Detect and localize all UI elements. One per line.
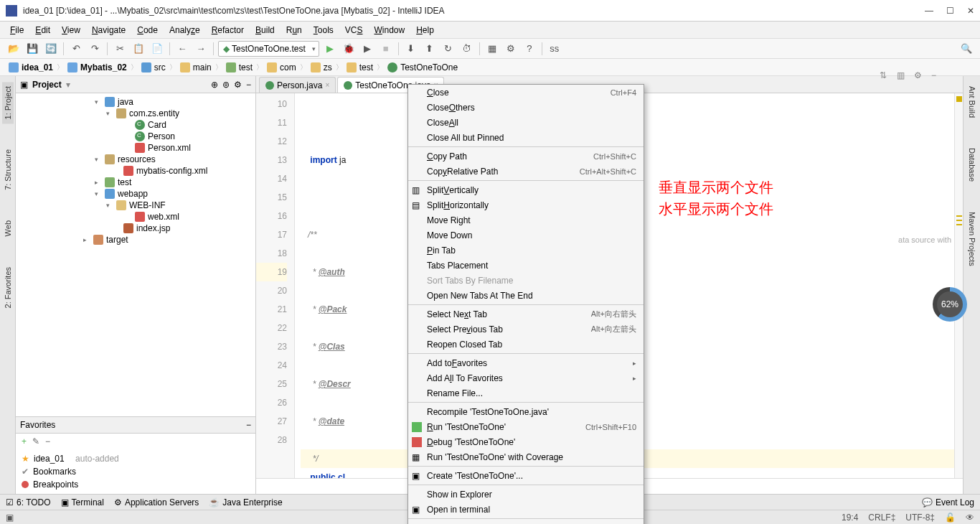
ctx-coverage[interactable]: ▦Run 'TestOneToOne' with Coverage — [408, 449, 644, 464]
tree-person[interactable]: Person — [16, 131, 255, 142]
crumb-com[interactable]: com — [264, 62, 299, 72]
ctx-open-terminal[interactable]: ▣Open in terminal — [408, 502, 644, 517]
ctx-split-vertically[interactable]: ▥Split Vertically — [408, 182, 644, 197]
status-icon[interactable]: ▣ — [6, 513, 14, 523]
menu-edit[interactable]: Edit — [31, 24, 55, 37]
ctx-select-next[interactable]: Select Next TabAlt+向右箭头 — [408, 307, 644, 322]
menu-window[interactable]: Window — [369, 24, 409, 37]
tab-database[interactable]: Database — [966, 144, 978, 186]
javaee-tab[interactable]: ☕ Java Enterprise — [209, 497, 282, 507]
error-stripe[interactable] — [954, 93, 963, 478]
menu-navigate[interactable]: Navigate — [88, 24, 130, 37]
copy-icon[interactable]: 📋 — [131, 41, 146, 57]
fav-idea01[interactable]: ★idea_01 auto-added — [22, 452, 250, 465]
ctx-close-others[interactable]: Close Others — [408, 100, 644, 115]
ctx-move-right[interactable]: Move Right — [408, 212, 644, 228]
menu-file[interactable]: FFileile — [6, 24, 28, 37]
ctx-add-all-fav[interactable]: Add All To Favorites▸ — [408, 370, 644, 385]
collapse-icon[interactable]: ⊕ — [211, 80, 218, 90]
forward-icon[interactable]: → — [193, 41, 209, 57]
back-icon[interactable]: ← — [174, 41, 190, 57]
debug-icon[interactable]: 🐞 — [341, 41, 357, 57]
tree-target[interactable]: ▸target — [16, 234, 255, 245]
ctx-pin-tab[interactable]: Pin Tab — [408, 243, 644, 258]
todo-tab[interactable]: ☑ 6: TODO — [6, 497, 51, 507]
ctx-copy-path[interactable]: Copy PathCtrl+Shift+C — [408, 149, 644, 164]
menu-code[interactable]: Code — [133, 24, 162, 37]
menu-refactor[interactable]: Refactor — [207, 24, 248, 37]
coverage-icon[interactable]: ▶ — [359, 41, 375, 57]
ctx-open-end[interactable]: Open New Tabs At The End — [408, 288, 644, 303]
help-icon[interactable]: ? — [522, 41, 537, 57]
crumb-project[interactable]: idea_01 — [6, 62, 56, 72]
tab-ant[interactable]: Ant Build — [966, 82, 978, 122]
tree-mybatiscfg[interactable]: mybatis-config.xml — [16, 165, 255, 177]
ctx-local-history[interactable]: Local History▸ — [408, 520, 644, 524]
menu-vcs[interactable]: VCS — [341, 24, 367, 37]
undo-icon[interactable]: ↶ — [68, 41, 84, 57]
tab-maven[interactable]: Maven Projects — [966, 207, 978, 271]
ctx-add-fav[interactable]: Add to Favorites▸ — [408, 355, 644, 370]
tree-webinf[interactable]: ▾WEB-INF — [16, 200, 255, 211]
encoding[interactable]: UTF-8‡ — [905, 513, 935, 523]
tree-pkg[interactable]: ▾com.zs.entity — [16, 108, 255, 119]
tree-personxml[interactable]: Person.xml — [16, 142, 255, 154]
crumb-test2[interactable]: test — [344, 62, 376, 72]
settings-icon[interactable]: ⚙ — [503, 41, 519, 57]
tab-structure[interactable]: 7: Structure — [2, 145, 14, 195]
close-icon[interactable]: ✕ — [967, 6, 974, 16]
ss-icon[interactable]: ss — [547, 41, 562, 57]
ctx-debug[interactable]: Debug 'TestOneToOne' — [408, 434, 644, 449]
vcs-icon[interactable]: ⏱ — [459, 41, 475, 57]
stop-icon[interactable]: ■ — [378, 41, 394, 57]
project-tree[interactable]: ▾java ▾com.zs.entity Card Person Person.… — [16, 93, 255, 416]
delete-icon[interactable]: − — [45, 436, 50, 446]
menu-run[interactable]: Run — [282, 24, 306, 37]
ctx-show-explorer[interactable]: Show in Explorer — [408, 487, 644, 502]
ctx-run[interactable]: Run 'TestOneToOne'Ctrl+Shift+F10 — [408, 419, 644, 434]
cut-icon[interactable]: ✂ — [112, 41, 128, 57]
tree-resources[interactable]: ▾resources — [16, 154, 255, 165]
ctx-copy-rel[interactable]: Copy Relative PathCtrl+Alt+Shift+C — [408, 164, 644, 179]
tree-webxml[interactable]: web.xml — [16, 211, 255, 223]
ctx-tabs-placement[interactable]: Tabs Placement — [408, 258, 644, 273]
hide-icon[interactable]: − — [931, 70, 944, 83]
ctx-split-horizontally[interactable]: ▤Split Horizontally — [408, 197, 644, 212]
close-tab-icon[interactable]: × — [325, 81, 329, 89]
appservers-tab[interactable]: ⚙ Application Servers — [114, 497, 199, 507]
tree-test[interactable]: ▸test — [16, 177, 255, 188]
crumb-class[interactable]: TestOneToOne — [385, 62, 461, 72]
minimize-icon[interactable]: — — [925, 6, 933, 16]
target-icon[interactable]: ⊚ — [222, 80, 230, 90]
crumb-module[interactable]: Mybatis_02 — [65, 62, 130, 72]
tool-icon[interactable]: ▥ — [897, 70, 910, 83]
ctx-reopen[interactable]: Reopen Closed Tab — [408, 337, 644, 352]
lock-icon[interactable]: 🔓 — [945, 513, 956, 523]
menu-tools[interactable]: Tools — [309, 24, 338, 37]
ctx-select-prev[interactable]: Select Previous TabAlt+向左箭头 — [408, 322, 644, 337]
save-icon[interactable]: 💾 — [24, 41, 40, 57]
ctx-close[interactable]: CloseCtrl+F4 — [408, 85, 644, 100]
menu-analyze[interactable]: Analyze — [165, 24, 204, 37]
ctx-close-all[interactable]: Close All — [408, 115, 644, 130]
paste-icon[interactable]: 📄 — [149, 41, 165, 57]
open-icon[interactable]: 📂 — [6, 41, 22, 57]
ctx-recompile[interactable]: Recompile 'TestOneToOne.java' — [408, 404, 644, 419]
terminal-tab[interactable]: ▣ Terminal — [61, 497, 104, 507]
redo-icon[interactable]: ↷ — [87, 41, 103, 57]
tab-web[interactable]: Web — [2, 216, 14, 240]
tab-project[interactable]: 1: Project — [2, 82, 14, 123]
fav-bookmarks[interactable]: ✔Bookmarks — [22, 465, 250, 478]
tree-java[interactable]: ▾java — [16, 96, 255, 108]
menu-build[interactable]: Build — [251, 24, 279, 37]
vcs-icon[interactable]: ⬆ — [422, 41, 438, 57]
fav-breakpoints[interactable]: Breakpoints — [22, 478, 250, 491]
run-icon[interactable]: ▶ — [322, 41, 338, 57]
eventlog-tab[interactable]: 💬 Event Log — [922, 497, 974, 507]
maximize-icon[interactable]: ☐ — [946, 6, 954, 16]
tool-icon[interactable]: ⇅ — [880, 70, 892, 83]
crumb-main[interactable]: main — [177, 62, 215, 72]
crumb-test[interactable]: test — [223, 62, 255, 72]
ctx-rename[interactable]: Rename File... — [408, 385, 644, 401]
tab-favorites[interactable]: 2: Favorites — [2, 263, 14, 312]
